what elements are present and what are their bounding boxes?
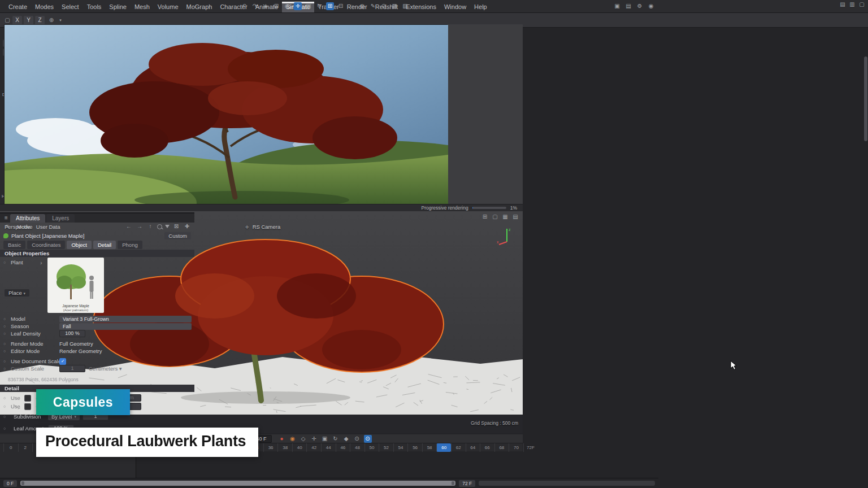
up-icon[interactable]: ↑ <box>146 223 154 230</box>
asset-scrollbar-thumb[interactable] <box>864 56 867 141</box>
menu-window[interactable]: Window <box>440 2 470 12</box>
param-value-field[interactable]: 1 <box>59 365 85 372</box>
timeline-frame-66[interactable]: 66 <box>480 443 494 452</box>
range-track[interactable] <box>20 481 455 486</box>
quantize-icon[interactable]: ⊟ <box>337 2 345 10</box>
parameter-key-icon[interactable]: ◆ <box>342 435 350 443</box>
range-start-field[interactable]: 0 F <box>3 480 17 487</box>
anim-dot[interactable]: ○ <box>3 317 11 321</box>
anim-dot[interactable]: ○ <box>3 260 11 264</box>
timeline-frame-60[interactable]: 60 <box>436 443 451 452</box>
menu-modes[interactable]: Modes <box>31 2 58 12</box>
timeline-frame-44[interactable]: 44 <box>321 443 336 452</box>
use-checkbox[interactable] <box>24 395 31 402</box>
timeline-frame-50[interactable]: 50 <box>364 443 379 452</box>
timeline-frame-58[interactable]: 58 <box>422 443 437 452</box>
keyframe-selection-icon[interactable]: ◇ <box>300 435 307 443</box>
cube-axes-icon[interactable]: ⊞ <box>272 2 280 10</box>
menu-select[interactable]: Select <box>58 2 83 12</box>
plant-preview-thumbnail[interactable]: Japanese Maple (Acer palmatum) <box>47 258 104 313</box>
timeline-frame-36[interactable]: 36 <box>263 443 278 452</box>
timeline-frame-62[interactable]: 62 <box>451 443 466 452</box>
axis-lock-y[interactable]: Y <box>24 16 33 25</box>
timeline-frame-48[interactable]: 48 <box>350 443 364 452</box>
user-data-button[interactable]: User Data <box>36 224 60 230</box>
menu-mesh[interactable]: Mesh <box>131 2 154 12</box>
range-end-field[interactable]: 72 F <box>459 480 475 487</box>
axis-lock-x[interactable]: X <box>12 16 22 25</box>
grid-snap-icon[interactable]: ⊞ <box>326 2 334 10</box>
anim-dot[interactable]: ○ <box>3 324 11 328</box>
anim-dot[interactable]: ○ <box>3 332 11 336</box>
render-view-icon[interactable]: ▣ <box>613 2 621 10</box>
coordinate-system-icon[interactable]: ⊕ <box>47 16 55 24</box>
record-icon[interactable]: ● <box>278 435 286 443</box>
param-value-dropdown[interactable]: Variant 3 Full-Grown <box>59 316 192 323</box>
position-key-icon[interactable]: ✛ <box>310 435 318 443</box>
anim-dot[interactable]: ○ <box>3 404 11 408</box>
menu-tools[interactable]: Tools <box>83 2 106 12</box>
timeline-frame-72F[interactable]: 72F <box>523 443 538 452</box>
anim-dot[interactable]: ○ <box>3 342 11 346</box>
use-checkbox[interactable] <box>24 403 31 410</box>
render-settings-icon[interactable]: ⚙ <box>636 2 644 10</box>
timeline-frame-46[interactable]: 46 <box>336 443 350 452</box>
anim-dot[interactable]: ○ <box>3 349 11 353</box>
timeline-frame-38[interactable]: 38 <box>277 443 292 452</box>
timeline-frame-42[interactable]: 42 <box>306 443 321 452</box>
rotation-key-icon[interactable]: ↻ <box>332 435 340 443</box>
autokey-icon[interactable]: ◉ <box>289 435 297 443</box>
anim-dot[interactable]: ○ <box>3 426 11 430</box>
section-tab-coordinates[interactable]: Coordinates <box>27 241 65 249</box>
tab-layers[interactable]: Layers <box>46 214 75 223</box>
circle-b-icon[interactable]: ◍ <box>358 2 366 10</box>
hamburger-icon[interactable]: ≡ <box>2 214 10 222</box>
camera-cube-icon[interactable]: ◈ <box>262 2 270 10</box>
move-icon[interactable]: ✛ <box>294 2 302 10</box>
point-level-key-icon[interactable]: ⊙ <box>353 435 361 443</box>
scale-icon[interactable]: ▣ <box>305 2 313 10</box>
magnet-snap-icon[interactable]: ⊙ <box>364 435 372 443</box>
interactive-render-icon[interactable]: ◉ <box>647 2 655 10</box>
undo-icon[interactable]: ↶ <box>240 2 248 10</box>
anim-dot[interactable]: ○ <box>3 359 11 363</box>
viewport-camera-label[interactable]: ✛ RS Camera <box>243 224 280 232</box>
selection-box-icon[interactable]: ▢ <box>3 16 11 24</box>
workplane-icon[interactable]: ▧ <box>390 2 398 10</box>
view-layout-icon[interactable]: ⊞ <box>481 213 489 221</box>
timeline-frame-68[interactable]: 68 <box>494 443 509 452</box>
anim-dot[interactable]: ○ <box>3 396 11 400</box>
timeline-frame-54[interactable]: 54 <box>393 443 408 452</box>
back-icon[interactable]: ← <box>125 223 133 230</box>
section-tab-phong[interactable]: Phong <box>118 241 142 249</box>
param-unit-dropdown[interactable]: Centimeters ▾ <box>89 365 122 372</box>
anim-dot[interactable]: ○ <box>3 367 11 371</box>
custom-preset-dropdown[interactable]: Custom <box>164 232 191 239</box>
add-icon[interactable]: ✚ <box>183 223 191 230</box>
timeline-frame-2[interactable]: 2 <box>18 443 33 452</box>
panel-close-icon[interactable]: ▢ <box>858 1 866 8</box>
param-value-field[interactable]: 100 % <box>59 330 85 337</box>
menu-create[interactable]: Create <box>5 2 31 12</box>
scale-key-icon[interactable]: ▣ <box>321 435 329 443</box>
menu-mograph[interactable]: MoGraph <box>183 2 216 12</box>
plant-expand-arrow[interactable]: › <box>40 259 42 266</box>
dropdown-arrow-icon[interactable]: ▾ <box>57 16 64 24</box>
axis-lock-z[interactable]: Z <box>35 16 45 25</box>
section-tab-detail[interactable]: Detail <box>93 241 116 249</box>
rotate-icon[interactable]: ↻ <box>315 2 323 10</box>
view-options-icon[interactable]: ▤ <box>511 213 519 221</box>
lock-icon[interactable]: ⊠ <box>172 223 180 230</box>
param-value-dropdown[interactable]: Fall <box>59 323 192 330</box>
filter-icon[interactable] <box>165 225 170 228</box>
timeline-frame-0[interactable]: 0 <box>3 443 18 452</box>
timeline-frame-52[interactable]: 52 <box>379 443 393 452</box>
view-single-icon[interactable]: ▢ <box>491 213 499 221</box>
param-checkbox[interactable]: ✓ <box>59 358 66 365</box>
param-value-dropdown[interactable]: Render Geometry <box>59 348 102 354</box>
section-tab-basic[interactable]: Basic <box>3 241 25 249</box>
timeline-frame-40[interactable]: 40 <box>292 443 307 452</box>
asset-scrollbar[interactable] <box>864 56 867 411</box>
param-value-dropdown[interactable]: Full Geometry <box>59 341 93 347</box>
knife-icon[interactable]: ✎ <box>369 2 377 10</box>
